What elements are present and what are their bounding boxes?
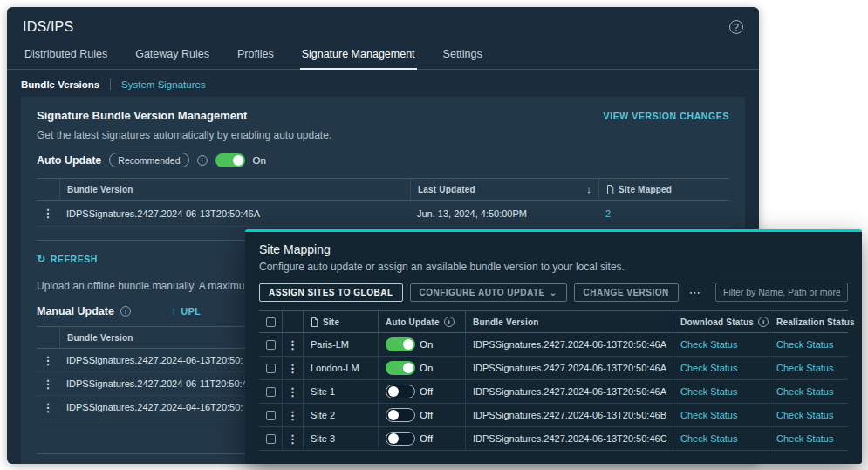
refresh-icon: ↻ (37, 253, 46, 265)
tab-settings[interactable]: Settings (441, 44, 484, 69)
kebab-header-cell (37, 179, 59, 200)
column-site-mapped[interactable]: Site Mapped (598, 179, 729, 200)
table-row: ⋮ Site 1 Off IDPSSignatures.2427.2024-06… (259, 380, 848, 404)
auto-update-row: Auto Update Recommended i On (37, 153, 729, 167)
row-kebab-icon[interactable]: ⋮ (44, 207, 52, 220)
toggle-state-label: Off (420, 433, 433, 444)
assign-sites-to-global-button[interactable]: ASSIGN SITES TO GLOBAL (259, 283, 403, 302)
tab-gateway-rules[interactable]: Gateway Rules (133, 44, 211, 69)
row-kebab-icon[interactable]: ⋮ (290, 338, 296, 351)
last-updated-value: Jun. 13, 2024, 4:50:00PM (410, 201, 598, 226)
overlay-description: Configure auto update or assign an avail… (259, 261, 848, 273)
site-name: Site 2 (303, 404, 378, 426)
table-row: ⋮ Site 3 Off IDPSSignatures.2427.2024-06… (259, 427, 848, 451)
bundle-version-value: IDPSSignatures.2427.2024-06-13T20:50:46A (465, 333, 673, 356)
column-realization-status[interactable]: Realization Status (769, 311, 848, 332)
download-check-status-link[interactable]: Check Status (680, 433, 737, 444)
row-kebab-icon[interactable]: ⋮ (290, 362, 296, 375)
auto-update-toggle[interactable] (386, 432, 415, 446)
realization-check-status-link[interactable]: Check Status (776, 410, 833, 420)
column-bundle-version[interactable]: Bundle Version (59, 179, 410, 200)
auto-update-toggle[interactable] (386, 337, 415, 351)
auto-update-toggle[interactable] (215, 153, 245, 167)
sort-desc-icon[interactable]: ↓ (586, 184, 591, 194)
bundle-version-value: IDPSSignatures.2427.2024-06-13T20:50:46A (465, 380, 673, 403)
configure-auto-update-button[interactable]: CONFIGURE AUTO UPDATE ⌄ (410, 283, 567, 302)
overlay-title: Site Mapping (259, 242, 848, 256)
chevron-down-icon: ⌄ (550, 288, 557, 297)
column-last-updated[interactable]: Last Updated ↓ (410, 179, 598, 200)
row-kebab-icon[interactable]: ⋮ (44, 401, 52, 414)
select-all-checkbox[interactable] (266, 317, 276, 327)
document-icon (606, 185, 614, 194)
site-name: Site 1 (303, 380, 378, 403)
column-download-status[interactable]: Download Status i (673, 311, 769, 332)
kebab-header-cell (37, 327, 59, 348)
change-version-button[interactable]: CHANGE VERSION (574, 283, 679, 302)
site-mapping-table: Site Auto Update i Bundle Version Downlo… (259, 310, 848, 451)
info-icon[interactable]: i (444, 317, 455, 327)
window-header: IDS/IPS ? (7, 7, 759, 42)
row-checkbox[interactable] (266, 340, 276, 350)
site-mapping-panel: Site Mapping Configure auto update or as… (245, 229, 862, 464)
tab-bar: Distributed Rules Gateway Rules Profiles… (7, 42, 759, 70)
upload-button[interactable]: ↑ UPL (171, 305, 201, 317)
row-checkbox[interactable] (266, 411, 276, 420)
subtab-bar: Bundle Versions System Signatures (7, 70, 759, 97)
subtab-divider (110, 78, 111, 90)
row-kebab-icon[interactable]: ⋮ (44, 354, 52, 367)
table-row: ⋮ Paris-LM On IDPSSignatures.2427.2024-0… (259, 333, 848, 357)
auto-update-toggle[interactable] (386, 408, 415, 422)
column-site[interactable]: Site (303, 311, 378, 332)
row-checkbox[interactable] (266, 434, 276, 444)
refresh-button[interactable]: ↻ REFRESH (37, 253, 98, 265)
view-version-changes-link[interactable]: VIEW VERSION CHANGES (604, 111, 729, 121)
tab-profiles[interactable]: Profiles (236, 44, 276, 69)
download-check-status-link[interactable]: Check Status (680, 363, 737, 373)
more-actions-button[interactable]: ⋯ (686, 284, 705, 301)
upload-icon: ↑ (171, 305, 177, 317)
site-mapping-toolbar: ASSIGN SITES TO GLOBAL CONFIGURE AUTO UP… (259, 283, 848, 302)
section-subtitle: Get the latest signatures automatically … (37, 129, 729, 141)
download-check-status-link[interactable]: Check Status (680, 339, 737, 350)
table-header-row: Bundle Version Last Updated ↓ Site Mappe… (37, 178, 729, 201)
filter-input[interactable] (715, 283, 848, 302)
info-icon[interactable]: i (197, 155, 208, 166)
kebab-header-cell (282, 311, 303, 332)
section-title: Signature Bundle Version Management (37, 109, 247, 122)
column-bundle-version[interactable]: Bundle Version (465, 311, 673, 332)
realization-check-status-link[interactable]: Check Status (776, 339, 833, 350)
row-kebab-icon[interactable]: ⋮ (290, 385, 296, 398)
auto-update-label: Auto Update (37, 154, 101, 167)
tab-signature-management[interactable]: Signature Management (300, 44, 417, 70)
info-icon[interactable]: i (120, 306, 131, 317)
help-icon[interactable]: ? (729, 20, 743, 34)
site-name: Site 3 (303, 427, 378, 450)
info-icon[interactable]: i (758, 317, 769, 327)
bundle-version-value: IDPSSignatures.2427.2024-06-13T20:50:46B (465, 404, 673, 426)
row-kebab-icon[interactable]: ⋮ (44, 378, 52, 391)
column-auto-update[interactable]: Auto Update i (378, 311, 465, 332)
manual-update-label: Manual Update (37, 305, 114, 317)
document-icon (311, 317, 318, 327)
row-kebab-icon[interactable]: ⋮ (290, 409, 296, 422)
row-checkbox[interactable] (266, 364, 276, 373)
toggle-state-label: On (420, 339, 433, 350)
subtab-system-signatures[interactable]: System Signatures (121, 79, 206, 90)
page-title: IDS/IPS (23, 19, 73, 35)
auto-update-toggle[interactable] (386, 385, 415, 398)
toggle-state-label: On (420, 363, 433, 373)
subtab-bundle-versions[interactable]: Bundle Versions (21, 79, 99, 90)
download-check-status-link[interactable]: Check Status (680, 386, 737, 397)
bundle-version-value: IDPSSignatures.2427.2024-06-13T20:50:46A (59, 201, 410, 226)
tab-distributed-rules[interactable]: Distributed Rules (23, 44, 109, 69)
realization-check-status-link[interactable]: Check Status (776, 363, 833, 373)
table-row: ⋮ London-LM On IDPSSignatures.2427.2024-… (259, 357, 848, 380)
realization-check-status-link[interactable]: Check Status (776, 433, 833, 444)
auto-update-toggle[interactable] (386, 361, 415, 375)
row-kebab-icon[interactable]: ⋮ (290, 433, 296, 446)
site-mapped-count-link[interactable]: 2 (605, 208, 611, 219)
row-checkbox[interactable] (266, 387, 276, 397)
realization-check-status-link[interactable]: Check Status (776, 386, 833, 397)
download-check-status-link[interactable]: Check Status (680, 410, 737, 420)
